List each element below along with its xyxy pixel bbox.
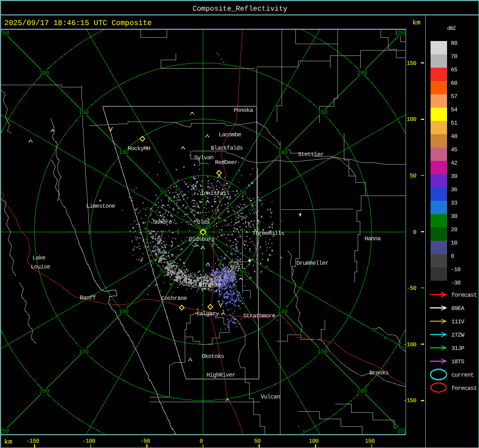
svg-text:Ponoka: Ponoka (234, 108, 253, 114)
svg-text:Banff: Banff (80, 295, 96, 302)
svg-text:200: 200 (357, 388, 367, 395)
svg-text:18TS: 18TS (451, 359, 465, 365)
svg-text:HighRiver: HighRiver (207, 372, 235, 379)
svg-text:Calgary: Calgary (196, 311, 219, 317)
svg-text:250: 250 (0, 428, 9, 435)
svg-text:51: 51 (451, 120, 458, 127)
svg-text:250: 250 (0, 30, 9, 37)
svg-text:Lacombe: Lacombe (219, 132, 241, 139)
svg-text:80: 80 (451, 40, 457, 47)
svg-text:dBZ: dBZ (447, 26, 456, 32)
svg-text:Composite_Reflectivity: Composite_Reflectivity (193, 5, 287, 13)
svg-text:*: * (250, 181, 254, 189)
svg-text:100: 100 (278, 150, 287, 156)
svg-text:Louise: Louise (31, 264, 50, 271)
svg-text:42: 42 (451, 160, 457, 167)
svg-text:Lake: Lake (32, 255, 45, 262)
svg-text:Olds: Olds (197, 219, 210, 226)
svg-text:Strathmore: Strathmore (243, 313, 275, 320)
svg-text:150: 150 (79, 349, 88, 355)
svg-text:100: 100 (309, 438, 318, 445)
svg-text:150: 150 (407, 61, 416, 67)
svg-text:forecast: forecast (451, 386, 477, 392)
svg-text:-150: -150 (26, 438, 39, 445)
svg-text:09EA: 09EA (451, 306, 465, 312)
svg-text:57: 57 (451, 94, 457, 100)
svg-text:250: 250 (397, 30, 407, 37)
svg-text:31JP: 31JP (451, 346, 465, 352)
svg-text:30: 30 (451, 214, 457, 220)
svg-text:0: 0 (451, 254, 454, 260)
svg-text:36: 36 (451, 187, 457, 193)
svg-text:150: 150 (318, 349, 327, 355)
svg-text:27ZW: 27ZW (451, 332, 465, 339)
svg-text:Brooks: Brooks (369, 370, 389, 377)
svg-text:Sundre: Sundre (153, 219, 172, 226)
svg-text:20: 20 (451, 227, 457, 233)
svg-text:forecast: forecast (451, 292, 477, 299)
svg-text:100: 100 (407, 117, 416, 123)
svg-text:150: 150 (365, 438, 375, 445)
svg-text:50: 50 (160, 269, 167, 275)
svg-text:100: 100 (119, 309, 128, 315)
svg-text:km: km (4, 438, 12, 446)
svg-text:Stettler: Stettler (298, 152, 324, 158)
svg-text:39: 39 (451, 174, 457, 180)
svg-text:Sylvan: Sylvan (194, 155, 213, 161)
svg-text:200: 200 (39, 70, 49, 77)
svg-text:ThreeHills: ThreeHills (252, 231, 284, 237)
svg-text:70: 70 (451, 54, 457, 60)
svg-text:Didsbury: Didsbury (189, 237, 215, 243)
svg-text:current: current (451, 372, 474, 379)
svg-text:150: 150 (318, 110, 327, 116)
svg-text:Hanna: Hanna (365, 236, 381, 242)
svg-text:2025/09/17 18:46:15 UTC Compos: 2025/09/17 18:46:15 UTC Composite (4, 19, 152, 28)
svg-text:200: 200 (39, 388, 49, 395)
svg-text:50: 50 (254, 438, 261, 445)
svg-text:-10: -10 (451, 267, 460, 273)
svg-text:Airdrie: Airdrie (199, 282, 221, 289)
svg-text:Drumheller: Drumheller (296, 260, 328, 267)
svg-text:100: 100 (278, 309, 287, 315)
svg-text:-100: -100 (403, 342, 416, 348)
svg-text:-50: -50 (407, 286, 416, 292)
svg-text:200: 200 (357, 70, 367, 77)
svg-text:111V: 111V (451, 319, 465, 325)
svg-text:Cochrane: Cochrane (161, 296, 187, 302)
svg-text:50: 50 (240, 269, 246, 275)
svg-text:Vulcan: Vulcan (261, 394, 280, 401)
svg-text:0: 0 (413, 230, 416, 236)
svg-text:33: 33 (451, 200, 457, 207)
svg-text:-150: -150 (403, 398, 416, 404)
svg-text:Innisfail: Innisfail (201, 191, 229, 197)
svg-text:48: 48 (451, 134, 457, 140)
svg-text:RockyMH: RockyMH (128, 146, 150, 152)
svg-text:Okotoks: Okotoks (202, 354, 224, 360)
svg-text:250: 250 (397, 428, 407, 435)
svg-text:10: 10 (451, 240, 457, 247)
svg-text:-50: -50 (140, 438, 150, 445)
svg-text:65: 65 (451, 67, 457, 74)
svg-text:54: 54 (451, 107, 458, 113)
svg-text:50: 50 (160, 190, 167, 196)
svg-text:50: 50 (240, 190, 246, 196)
svg-text:km: km (412, 19, 420, 27)
svg-text:-100: -100 (82, 438, 95, 445)
svg-text:0: 0 (200, 438, 203, 445)
svg-text:45: 45 (451, 147, 457, 153)
svg-text:100: 100 (119, 150, 128, 156)
svg-text:*: * (98, 199, 102, 206)
svg-text:50: 50 (410, 173, 416, 180)
svg-text:RedDeer: RedDeer (215, 160, 237, 166)
svg-text:Blackfalds: Blackfalds (211, 145, 243, 152)
svg-text:60: 60 (451, 80, 457, 87)
svg-text:-30: -30 (451, 280, 460, 287)
svg-text:150: 150 (79, 110, 88, 116)
